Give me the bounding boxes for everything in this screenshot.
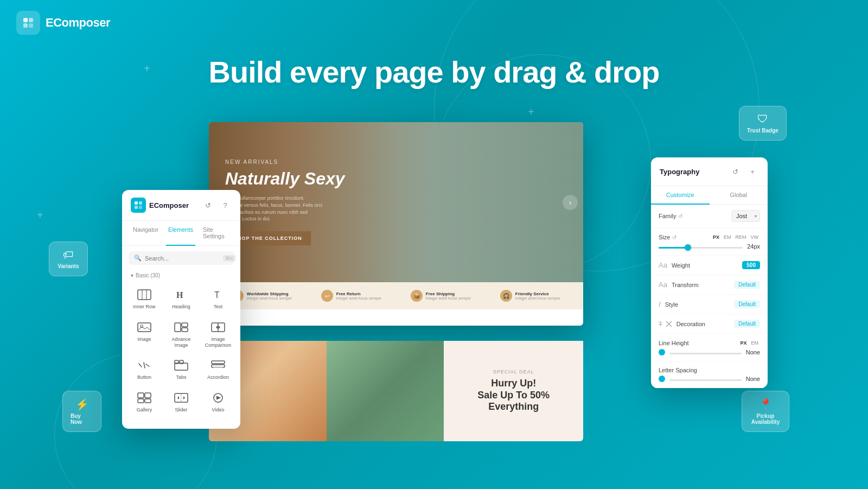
- typo-line-height-slider-thumb[interactable]: [659, 349, 665, 355]
- svg-rect-16: [182, 323, 188, 327]
- typo-add-icon[interactable]: +: [746, 165, 759, 178]
- element-inner-row[interactable]: Inner Row: [126, 283, 162, 314]
- svg-rect-30: [138, 399, 144, 403]
- element-slider-label: Slider: [175, 407, 187, 413]
- typo-refresh-icon[interactable]: ↺: [729, 165, 742, 178]
- panel-logo-icon: [131, 198, 146, 213]
- panel-nav-site-settings[interactable]: Site Settings: [201, 221, 232, 246]
- svg-rect-6: [135, 206, 138, 209]
- shipping-item-2: ↩ Free Return Integer amet focus semper: [321, 290, 381, 302]
- element-image-comparison-label: Image Comparison: [202, 336, 234, 348]
- shipping-text-4: Friendly Service Integer amet focus semp…: [515, 291, 560, 300]
- typo-title: Typography: [660, 168, 699, 176]
- panel-header: EComposer ↺ ?: [122, 190, 240, 221]
- element-image-label: Image: [137, 336, 151, 342]
- typo-letter-spacing-value: None: [746, 376, 760, 382]
- typo-transform-row: Aa Transform Default: [651, 275, 768, 295]
- float-card-buy-now[interactable]: ⚡ Buy Now: [62, 391, 101, 432]
- typo-unit-em[interactable]: EM: [722, 233, 733, 241]
- element-gallery-icon: [136, 391, 153, 404]
- float-card-pickup-icon: 📍: [759, 398, 773, 411]
- element-accordion-icon: [209, 359, 227, 372]
- typo-tab-customize[interactable]: Customize: [651, 186, 710, 205]
- typo-letter-spacing-slider-thumb[interactable]: [659, 376, 665, 382]
- float-card-pickup-label: Pickup Availability: [750, 413, 781, 425]
- typo-unit-rem[interactable]: REM: [734, 233, 748, 241]
- typo-unit-px[interactable]: PX: [711, 233, 721, 241]
- app-logo-text: EComposer: [46, 16, 110, 30]
- shipping-sub-3: Integer amet focus semper: [426, 296, 471, 300]
- element-button-label: Button: [137, 374, 151, 380]
- panel-help-icon[interactable]: ?: [219, 199, 232, 212]
- shipping-sub-4: Integer amet focus semper: [515, 296, 560, 300]
- plus-decoration-3: +: [37, 209, 43, 221]
- element-tabs-label: Tabs: [176, 374, 186, 380]
- element-advance-image[interactable]: Advance Image: [163, 315, 199, 353]
- panel-search-input[interactable]: [145, 255, 220, 262]
- typo-size-row: Size ↺ PX EM REM VW 24px: [651, 228, 768, 256]
- typo-header-icons: ↺ +: [729, 165, 759, 178]
- typo-letter-spacing-slider[interactable]: [669, 379, 742, 381]
- shipping-icon-4: 🎧: [500, 290, 512, 302]
- element-gallery[interactable]: Gallery: [126, 386, 162, 417]
- float-card-trust-badge-label: Trust Badge: [747, 128, 778, 134]
- float-card-variants[interactable]: 🏷 Variants: [49, 242, 88, 276]
- typo-size-sync-icon: ↺: [672, 234, 676, 240]
- panel-navigation: Navigator Elements Site Settings: [122, 221, 240, 246]
- svg-rect-0: [23, 18, 28, 22]
- typo-size-slider-fill: [659, 247, 688, 249]
- shipping-icon-3: 📦: [411, 290, 423, 302]
- element-tabs[interactable]: Tabs: [163, 353, 199, 385]
- panel-nav-navigator[interactable]: Navigator: [131, 221, 161, 246]
- typo-family-select-wrap[interactable]: Jost ▾: [731, 210, 760, 222]
- svg-rect-28: [138, 393, 144, 398]
- element-tabs-icon: [173, 359, 190, 372]
- typo-lh-unit-px[interactable]: PX: [738, 339, 748, 347]
- typo-family-sync-icon: ↺: [678, 213, 682, 219]
- typo-tab-global[interactable]: Global: [710, 186, 768, 205]
- panel-elements-grid: Inner Row H Heading T Text: [122, 281, 240, 420]
- element-slider-icon: [173, 391, 190, 404]
- typo-tabs: Customize Global: [651, 186, 768, 205]
- shipping-icon-2: ↩: [321, 290, 333, 302]
- typo-unit-vw[interactable]: VW: [749, 233, 761, 241]
- element-text[interactable]: T Text: [200, 283, 236, 314]
- panel-history-icon[interactable]: ↺: [201, 199, 214, 212]
- element-video[interactable]: Video: [200, 386, 236, 417]
- element-image[interactable]: Image: [126, 315, 162, 353]
- typo-size-slider[interactable]: [659, 247, 743, 249]
- logo-icon: [16, 11, 40, 35]
- panel-nav-elements[interactable]: Elements: [166, 221, 195, 246]
- svg-marker-37: [216, 396, 221, 400]
- panel-search[interactable]: 🔍 ⌘K: [129, 251, 234, 265]
- element-image-comparison[interactable]: Image Comparison: [200, 315, 236, 353]
- float-card-pickup[interactable]: 📍 Pickup Availability: [742, 391, 789, 432]
- element-gallery-label: Gallery: [137, 407, 152, 413]
- element-accordion[interactable]: Accordion: [200, 353, 236, 385]
- svg-rect-7: [139, 206, 142, 209]
- typo-family-label: Family ↺: [659, 213, 728, 219]
- element-slider[interactable]: Slider: [163, 386, 199, 417]
- canvas-hero-headline: Naturally Sexy: [225, 169, 345, 188]
- svg-rect-22: [175, 363, 188, 370]
- element-heading[interactable]: H Heading: [163, 283, 199, 314]
- float-card-buy-now-icon: ⚡: [75, 398, 89, 411]
- svg-rect-31: [145, 399, 151, 403]
- svg-text:T: T: [214, 290, 220, 300]
- canvas-nav-arrow[interactable]: ›: [563, 195, 578, 210]
- svg-rect-8: [138, 290, 151, 300]
- typo-line-height-label: Line Height: [659, 340, 738, 346]
- typo-decoration-label: T Decoration: [659, 321, 731, 327]
- element-button[interactable]: Button: [126, 353, 162, 385]
- typo-family-row: Family ↺ Jost ▾: [651, 205, 768, 228]
- float-card-trust-badge[interactable]: 🛡 Trust Badge: [739, 106, 787, 141]
- svg-rect-17: [182, 328, 188, 332]
- element-accordion-label: Accordion: [207, 374, 229, 380]
- element-heading-label: Heading: [172, 304, 190, 310]
- typo-line-height-slider[interactable]: [669, 353, 742, 354]
- typo-size-slider-thumb[interactable]: [685, 244, 691, 251]
- shipping-bar: 🚚 Worldwide Shipping Integer amet focus …: [209, 282, 583, 309]
- svg-rect-1: [29, 18, 33, 22]
- typo-family-select[interactable]: Jost: [731, 210, 760, 222]
- typo-lh-unit-em[interactable]: EM: [750, 339, 761, 347]
